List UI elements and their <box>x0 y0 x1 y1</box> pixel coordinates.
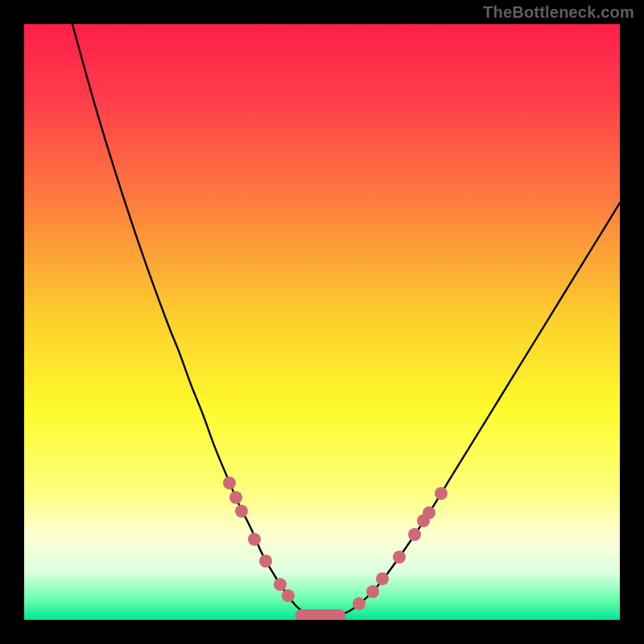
flat-segment-marker <box>295 609 346 620</box>
data-marker <box>274 578 287 591</box>
data-marker <box>423 506 436 519</box>
data-marker <box>408 528 421 541</box>
data-marker <box>282 589 295 602</box>
data-marker <box>248 533 261 546</box>
data-marker <box>435 487 448 500</box>
data-marker <box>366 585 379 598</box>
data-marker <box>235 505 248 518</box>
data-marker <box>353 597 365 610</box>
chart-frame: TheBottleneck.com <box>0 0 644 644</box>
watermark-text: TheBottleneck.com <box>483 3 634 22</box>
data-marker <box>376 572 389 585</box>
data-marker <box>229 491 242 504</box>
data-marker <box>393 551 406 564</box>
data-marker <box>223 477 236 489</box>
plot-area <box>24 24 620 620</box>
data-marker <box>259 555 272 568</box>
data-curve <box>24 24 620 620</box>
